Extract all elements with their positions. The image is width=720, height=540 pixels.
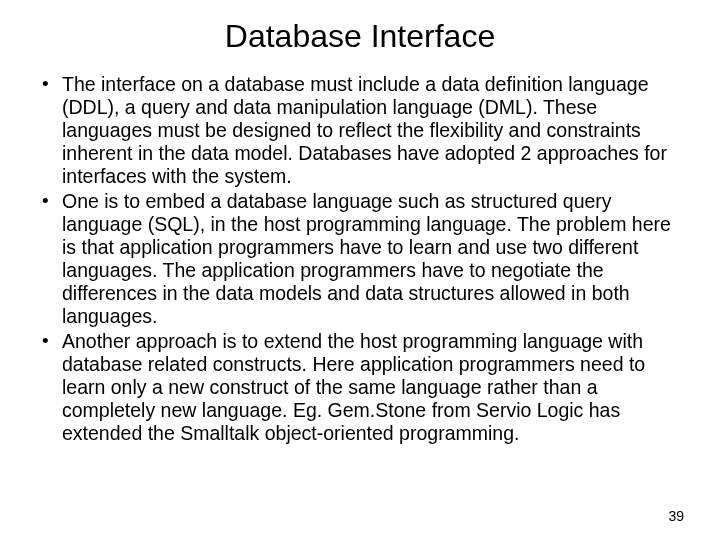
list-item: One is to embed a database language such… (36, 190, 684, 328)
page-number: 39 (668, 508, 684, 524)
list-item: Another approach is to extend the host p… (36, 330, 684, 445)
list-item: The interface on a database must include… (36, 73, 684, 188)
slide-title: Database Interface (36, 18, 684, 55)
bullet-list: The interface on a database must include… (36, 73, 684, 445)
